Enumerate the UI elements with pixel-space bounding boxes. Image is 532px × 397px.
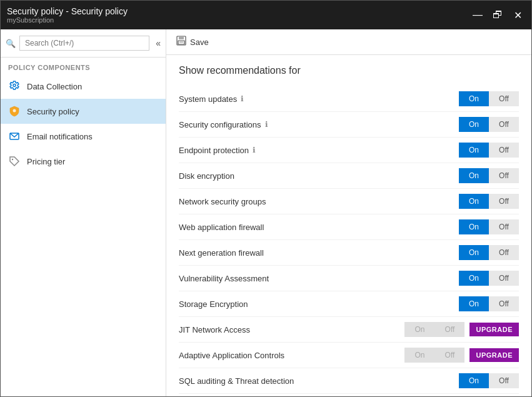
mail-icon (8, 130, 21, 143)
shield-icon (8, 105, 21, 118)
recommendation-row: Next generation firewallOnOff (179, 240, 519, 266)
toggle-group-sql-auditing-threat: OnOff (459, 373, 519, 388)
svg-point-1 (13, 109, 16, 113)
info-icon[interactable]: ℹ (265, 120, 268, 129)
toggle-off-sql-auditing-threat[interactable]: Off (489, 373, 519, 388)
sidebar-item-data-collection[interactable]: Data Collection (1, 74, 166, 99)
recommendation-row: System updatesℹOnOff (179, 86, 519, 112)
recommendations-list: System updatesℹOnOffSecurity configurati… (179, 86, 519, 396)
main-panel: Save Show recommendations for System upd… (166, 29, 531, 396)
recommendation-row: Vulnerability AssessmentOnOff (179, 266, 519, 291)
toggle-group-jit-network-access: OnOff (404, 322, 464, 337)
toggle-on-endpoint-protection[interactable]: On (459, 143, 489, 158)
main-content: Show recommendations for System updatesℹ… (166, 55, 531, 396)
sidebar-item-email-notifications[interactable]: Email notifications (1, 124, 166, 149)
toggle-group-endpoint-protection: OnOff (459, 143, 519, 158)
recommendation-row: Web application firewallOnOff (179, 214, 519, 240)
svg-rect-5 (179, 36, 184, 39)
tag-icon (8, 155, 21, 168)
main-window: Security policy - Security policy mySubs… (0, 0, 532, 397)
toggle-group-next-generation-firewall: OnOff (459, 245, 519, 260)
toggle-on-jit-network-access[interactable]: On (404, 322, 434, 337)
toggle-off-system-updates[interactable]: Off (489, 91, 519, 106)
toggle-group-system-updates: OnOff (459, 91, 519, 106)
toggle-off-disk-encryption[interactable]: Off (489, 168, 519, 183)
recommendation-row: SQL auditing & Threat detectionOnOff (179, 368, 519, 394)
toggle-group-security-configurations: OnOff (459, 117, 519, 132)
rec-label-system-updates: System updatesℹ (179, 94, 459, 104)
title-bar: Security policy - Security policy mySubs… (1, 1, 531, 29)
toggle-on-adaptive-application-controls[interactable]: On (404, 348, 434, 363)
toggle-off-next-generation-firewall[interactable]: Off (489, 245, 519, 260)
save-button[interactable]: Save (176, 36, 209, 48)
content-area: 🔍 « POLICY COMPONENTS Data Collection (1, 29, 531, 396)
recommendation-row: Network security groupsOnOff (179, 189, 519, 214)
toggle-off-security-configurations[interactable]: Off (489, 117, 519, 132)
upgrade-button-adaptive-application-controls[interactable]: UPGRADE (469, 348, 519, 362)
close-button[interactable]: ✕ (510, 8, 525, 23)
toggle-off-adaptive-application-controls[interactable]: Off (434, 348, 464, 363)
rec-label-disk-encryption: Disk encryption (179, 171, 459, 181)
window-title: Security policy - Security policy (7, 6, 128, 16)
svg-rect-7 (179, 41, 183, 43)
toggle-on-sql-auditing-threat[interactable]: On (459, 373, 489, 388)
toggle-on-disk-encryption[interactable]: On (459, 168, 489, 183)
svg-point-3 (12, 159, 13, 160)
sidebar-item-security-policy[interactable]: Security policy (1, 99, 166, 124)
policy-components-label: POLICY COMPONENTS (1, 58, 166, 74)
toggle-on-security-configurations[interactable]: On (459, 117, 489, 132)
sidebar-item-security-policy-label: Security policy (27, 107, 79, 116)
title-bar-controls: — 🗗 ✕ (470, 8, 525, 23)
toggle-on-vulnerability-assessment[interactable]: On (459, 271, 489, 286)
restore-button[interactable]: 🗗 (490, 8, 505, 23)
title-bar-left: Security policy - Security policy mySubs… (7, 6, 128, 24)
toggle-off-storage-encryption[interactable]: Off (489, 296, 519, 311)
collapse-button[interactable]: « (156, 38, 161, 48)
rec-label-endpoint-protection: Endpoint protectionℹ (179, 146, 459, 155)
toolbar: Save (166, 29, 531, 55)
rec-label-web-application-firewall: Web application firewall (179, 223, 459, 232)
sidebar-item-pricing-tier[interactable]: Pricing tier (1, 149, 166, 174)
search-input[interactable] (19, 36, 149, 51)
toggle-on-system-updates[interactable]: On (459, 91, 489, 106)
rec-label-storage-encryption: Storage Encryption (179, 299, 459, 309)
recommendation-row: Adaptive Application ControlsOnOffUPGRAD… (179, 343, 519, 368)
toggle-group-network-security-groups: OnOff (459, 194, 519, 209)
sidebar-item-email-notifications-label: Email notifications (27, 132, 93, 141)
info-icon[interactable]: ℹ (253, 146, 256, 154)
toggle-on-next-generation-firewall[interactable]: On (459, 245, 489, 260)
recommendation-row: Security configurationsℹOnOff (179, 112, 519, 138)
toggle-off-network-security-groups[interactable]: Off (489, 194, 519, 209)
rec-label-sql-auditing-threat: SQL auditing & Threat detection (179, 376, 459, 386)
rec-label-vulnerability-assessment: Vulnerability Assessment (179, 274, 459, 283)
search-bar: 🔍 « (1, 29, 166, 58)
section-title: Show recommendations for (179, 65, 519, 76)
window-subtitle: mySubscription (7, 16, 128, 24)
toggle-off-web-application-firewall[interactable]: Off (489, 219, 519, 234)
rec-label-adaptive-application-controls: Adaptive Application Controls (179, 351, 404, 360)
toggle-group-disk-encryption: OnOff (459, 168, 519, 183)
recommendation-row: JIT Network AccessOnOffUPGRADE (179, 317, 519, 343)
toggle-off-jit-network-access[interactable]: Off (434, 322, 464, 337)
rec-label-next-generation-firewall: Next generation firewall (179, 248, 459, 258)
rec-label-jit-network-access: JIT Network Access (179, 325, 404, 334)
toggle-group-adaptive-application-controls: OnOff (404, 348, 464, 363)
toggle-on-web-application-firewall[interactable]: On (459, 219, 489, 234)
sidebar-item-data-collection-label: Data Collection (27, 82, 82, 91)
upgrade-button-jit-network-access[interactable]: UPGRADE (469, 323, 519, 336)
toggle-on-network-security-groups[interactable]: On (459, 194, 489, 209)
minimize-button[interactable]: — (470, 8, 485, 23)
sidebar: 🔍 « POLICY COMPONENTS Data Collection (1, 29, 166, 396)
save-icon (176, 36, 186, 48)
svg-point-0 (13, 84, 16, 87)
toggle-off-endpoint-protection[interactable]: Off (489, 143, 519, 158)
recommendation-row: Disk encryptionOnOff (179, 163, 519, 189)
search-icon: 🔍 (6, 39, 16, 48)
toggle-off-vulnerability-assessment[interactable]: Off (489, 271, 519, 286)
toggle-on-storage-encryption[interactable]: On (459, 296, 489, 311)
info-icon[interactable]: ℹ (241, 94, 244, 103)
recommendation-row: Storage EncryptionOnOff (179, 291, 519, 317)
gear-icon (8, 80, 21, 93)
save-label: Save (190, 38, 209, 47)
toggle-group-web-application-firewall: OnOff (459, 219, 519, 234)
